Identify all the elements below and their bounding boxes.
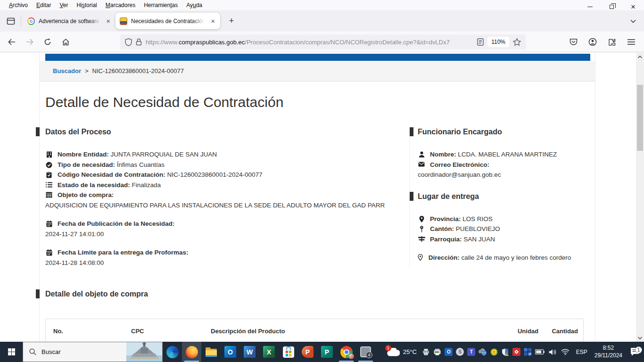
clock-date: 29/11/2024 — [594, 352, 622, 360]
tray-red-app-icon[interactable] — [511, 348, 522, 356]
breadcrumb-link-buscador[interactable]: Buscador — [53, 67, 81, 74]
tray-network-globe-icon[interactable] — [477, 348, 488, 356]
home-button[interactable] — [58, 34, 74, 49]
menu-marcadores[interactable]: Marcadores — [101, 1, 140, 9]
file-explorer-icon — [205, 347, 217, 357]
back-button[interactable] — [4, 34, 20, 49]
list-item-canton: Cantón: PUEBLOVIEJO — [418, 224, 590, 234]
menu-ver[interactable]: Ver — [55, 1, 72, 9]
new-tab-button[interactable]: + — [224, 14, 239, 29]
list-item-fecha-limite: Fecha Límite para la entrega de Proforma… — [45, 247, 409, 258]
tab-title: Necesidades de Contratación y — [131, 18, 206, 25]
search-icon — [29, 348, 36, 355]
taskbar-weather-widget[interactable]: 1 25°C — [383, 348, 421, 356]
tray-security-shield-icon[interactable] — [500, 348, 511, 356]
list-item-objeto-compra: Objeto de compra: — [45, 190, 409, 200]
notification-count-badge: 1 — [635, 346, 642, 354]
minimize-button[interactable] — [579, 0, 601, 14]
wifi-icon[interactable] — [559, 349, 572, 355]
tab-close-icon[interactable]: × — [210, 16, 216, 25]
taskbar-app-outlook[interactable]: O — [221, 342, 240, 362]
taskbar-search-box[interactable]: Buscar — [23, 342, 163, 362]
section-heading: Funcionario Encargado — [418, 127, 590, 136]
calendar-icon — [45, 219, 53, 227]
window-controls: × — [579, 0, 644, 14]
table-icon — [45, 190, 53, 198]
battery-icon[interactable] — [534, 349, 546, 354]
language-indicator[interactable]: ESP — [572, 349, 592, 355]
list-icon — [45, 180, 53, 188]
search-highlight-image[interactable] — [126, 342, 162, 362]
tab-bar: Advertencia de software malici × Necesid… — [0, 10, 644, 32]
taskbar-app-window-group[interactable]: 4 — [356, 342, 375, 362]
volume-icon[interactable] — [546, 349, 559, 355]
tray-teams-icon[interactable]: T — [466, 348, 477, 356]
menu-ayuda[interactable]: Ayuda — [182, 1, 206, 9]
url-bar[interactable]: https://www.compraspublicas.gob.ec/Proce… — [120, 34, 526, 49]
publisher-icon: P — [321, 346, 333, 358]
table-header-no: No. — [46, 328, 116, 335]
restore-button[interactable] — [601, 0, 622, 14]
taskbar-app-powerpoint[interactable]: P — [298, 342, 317, 362]
menu-archivo[interactable]: Archivo — [5, 1, 32, 9]
taskbar-app-publisher[interactable]: P — [317, 342, 337, 362]
objeto-compra-value: ADQUISICION DE EQUIPAMIENTO PARA LAS INS… — [45, 200, 409, 211]
menu-editar[interactable]: Editar — [32, 1, 55, 9]
scrollbar-thumb[interactable] — [637, 85, 643, 151]
excel-icon: X — [263, 346, 275, 358]
home-icon — [62, 38, 70, 46]
reader-view-icon[interactable] — [477, 38, 484, 46]
list-all-tabs-button[interactable] — [626, 14, 640, 28]
bookmark-star-icon[interactable] — [513, 38, 521, 46]
taskbar-clock[interactable]: 8:52 29/11/2024 — [592, 345, 625, 359]
pocket-icon — [570, 38, 578, 46]
app-menu-button[interactable] — [623, 34, 639, 49]
tray-s-badge-icon[interactable]: S — [454, 348, 466, 356]
list-item-tipo-necesidad: Tipo de necesidad: Ínfimas Cuantías — [45, 160, 409, 170]
scroll-up-arrow[interactable] — [636, 53, 644, 61]
zoom-level-indicator[interactable]: 110% — [487, 37, 509, 47]
notification-center-button[interactable]: 1 — [625, 347, 644, 356]
weather-alert-badge: 1 — [385, 345, 391, 351]
close-button[interactable]: × — [622, 0, 644, 14]
list-item-fecha-publicacion: Fecha de Publicación de la Necesidad: — [45, 219, 409, 229]
list-item-correo: Correo Electrónico: — [418, 160, 590, 170]
start-button[interactable] — [0, 342, 23, 362]
site-header-bar — [45, 54, 590, 61]
scroll-down-arrow[interactable] — [636, 334, 644, 342]
tab-separator — [21, 16, 21, 26]
menu-historial[interactable]: Historial — [72, 1, 101, 9]
windows-logo-icon — [8, 348, 15, 355]
menu-herramientas[interactable]: Herramientas — [140, 1, 182, 9]
temperature-label: 25°C — [403, 348, 417, 355]
taskbar-app-firefox[interactable] — [182, 342, 201, 362]
tray-outlook-icon[interactable]: O — [443, 348, 454, 356]
account-button[interactable] — [585, 34, 601, 49]
word-icon: W — [244, 346, 256, 358]
taskbar-app-store[interactable] — [279, 342, 298, 362]
firefox-icon — [186, 346, 198, 358]
tab-necesidades[interactable]: Necesidades de Contratación y × — [116, 13, 220, 29]
taskbar-app-word[interactable]: W — [240, 342, 259, 362]
table-header-unidad: Unidad — [487, 328, 538, 335]
taskbar-app-chrome[interactable] — [337, 342, 356, 362]
products-table: No. CPC Descripción del Producto Unidad … — [45, 319, 584, 342]
chevron-down-icon — [630, 19, 636, 23]
extensions-button[interactable] — [604, 34, 620, 49]
tray-color-printer-icon[interactable] — [432, 348, 443, 355]
pocket-button[interactable] — [565, 34, 581, 49]
tab-advertencia[interactable]: Advertencia de software malici × — [23, 13, 116, 29]
tray-antivirus-shield-icon[interactable] — [488, 348, 500, 356]
list-item-provincia: Provincia: LOS RIOS — [418, 214, 590, 224]
forward-button[interactable] — [22, 34, 38, 49]
vertical-scrollbar[interactable] — [636, 53, 644, 342]
taskbar-app-explorer[interactable] — [201, 342, 221, 362]
list-item-parroquia: Parroquia: SAN JUAN — [418, 234, 590, 245]
taskbar-app-edge[interactable] — [163, 342, 182, 362]
firefox-view-button[interactable] — [3, 13, 19, 29]
tray-blue-grid-icon[interactable] — [522, 348, 534, 356]
taskbar-app-excel[interactable]: X — [259, 342, 279, 362]
tray-printer-icon[interactable] — [421, 348, 432, 355]
reload-button[interactable] — [40, 34, 56, 49]
tab-close-icon[interactable]: × — [105, 16, 111, 25]
